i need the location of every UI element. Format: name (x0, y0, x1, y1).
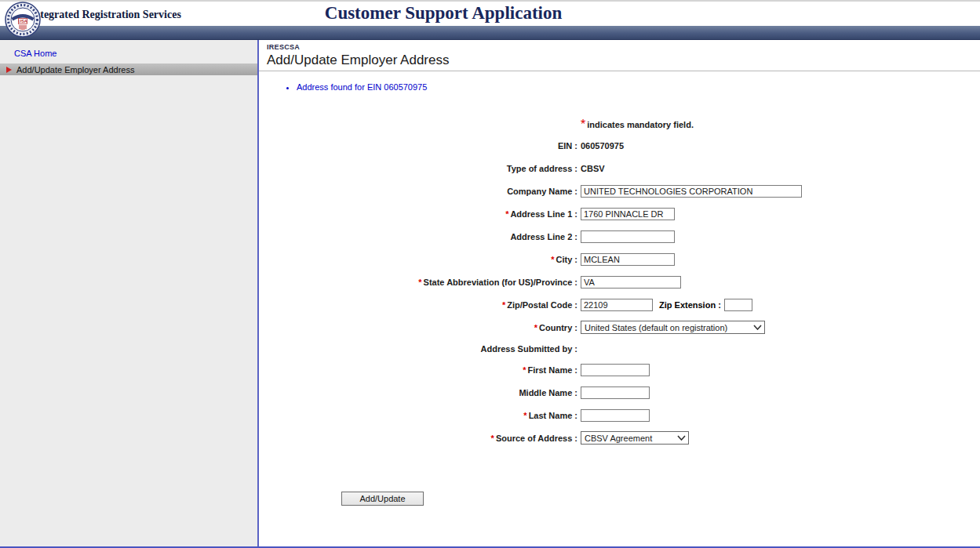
city-row: *City : (259, 248, 980, 270)
zip-extension-input[interactable] (724, 299, 752, 311)
state-label: State Abbreviation (for US)/Province : (424, 278, 577, 287)
ein-row: EIN : 060570975 (259, 134, 980, 157)
address-type-row: Type of address : CBSV (259, 157, 980, 180)
required-asterisk: * (523, 411, 526, 420)
sidebar-item-add-update-employer-address[interactable]: Add/Update Employer Address (0, 64, 257, 75)
source-selected-value: CBSV Agreement (585, 434, 652, 443)
company-name-label: Company Name : (259, 187, 577, 196)
employer-address-form: * indicates mandatory field. EIN : 06057… (259, 115, 980, 449)
state-input[interactable] (581, 276, 681, 289)
main-content: IRESCSA Add/Update Employer Address Addr… (259, 40, 980, 546)
app-code: IRESCSA (267, 43, 980, 51)
source-of-address-select[interactable]: CBSV Agreement (581, 431, 689, 445)
address-line1-row: *Address Line 1 : (259, 202, 980, 225)
sidebar-item-csa-home[interactable]: CSA Home (0, 47, 257, 60)
body: CSA Home Add/Update Employer Address IRE… (0, 40, 980, 548)
city-label: City : (556, 255, 578, 264)
last-name-row: *Last Name : (259, 404, 980, 426)
required-asterisk: * (505, 209, 508, 219)
submitted-by-label: Address Submitted by : (259, 344, 577, 354)
address-type-label: Type of address : (259, 164, 577, 173)
add-update-button[interactable]: Add/Update (341, 492, 424, 506)
first-name-row: *First Name : (259, 358, 980, 381)
address-line1-input[interactable] (581, 208, 675, 220)
source-label: Source of Address : (496, 434, 577, 443)
header: Integrated Registration Services Custome… (0, 0, 980, 26)
country-select[interactable]: United States (default on registration) (581, 321, 765, 334)
required-asterisk: * (418, 278, 421, 287)
zip-row: *Zip/Postal Code : Zip Extension : (259, 293, 980, 316)
middle-name-label: Middle Name : (259, 388, 577, 397)
last-name-label: Last Name : (529, 411, 577, 420)
status-message: Address found for EIN 060570975 (297, 82, 980, 92)
sidebar: CSA Home Add/Update Employer Address (0, 40, 259, 546)
required-asterisk: * (523, 365, 526, 375)
last-name-input[interactable] (581, 409, 650, 422)
mandatory-note: indicates mandatory field. (587, 120, 694, 129)
middle-name-input[interactable] (581, 387, 650, 399)
required-asterisk: * (534, 323, 537, 332)
address-line2-input[interactable] (581, 230, 675, 243)
chevron-down-icon (753, 325, 762, 330)
required-asterisk: * (491, 434, 494, 443)
address-type-value: CBSV (581, 164, 605, 173)
required-asterisk: * (502, 300, 505, 310)
address-line2-row: Address Line 2 : (259, 225, 980, 248)
zip-extension-label: Zip Extension : (659, 300, 721, 310)
submitted-by-row: Address Submitted by : (259, 339, 980, 358)
main-header: IRESCSA Add/Update Employer Address (259, 40, 980, 71)
zip-label: Zip/Postal Code : (507, 300, 577, 310)
svg-text:USA: USA (18, 19, 27, 24)
required-asterisk: * (551, 255, 554, 264)
country-selected-value: United States (default on registration) (585, 323, 727, 332)
required-asterisk: * (581, 118, 585, 132)
message-list: Address found for EIN 060570975 (287, 82, 980, 92)
zip-input[interactable] (581, 299, 653, 311)
selected-arrow-icon (6, 67, 12, 73)
source-row: *Source of Address : CBSV Agreement (259, 426, 980, 449)
first-name-input[interactable] (581, 364, 650, 376)
company-name-row: Company Name : (259, 180, 980, 202)
page-title-main: Customer Support Application (325, 3, 562, 24)
ssa-seal-icon: USA (5, 2, 41, 38)
country-row: *Country : United States (default on reg… (259, 316, 980, 339)
page: Integrated Registration Services Custome… (0, 0, 980, 548)
mandatory-note-row: * indicates mandatory field. (259, 115, 980, 134)
address-line1-label: Address Line 1 : (510, 209, 577, 219)
state-row: *State Abbreviation (for US)/Province : (259, 270, 980, 293)
brand-text: Integrated Registration Services (30, 9, 181, 21)
middle-name-row: Middle Name : (259, 381, 980, 404)
nav-band (0, 26, 980, 40)
ein-label: EIN : (259, 141, 577, 151)
sidebar-item-label: Add/Update Employer Address (16, 65, 134, 74)
company-name-input[interactable] (581, 185, 802, 198)
ein-value: 060570975 (581, 141, 624, 151)
country-label: Country : (539, 323, 577, 332)
address-line2-label: Address Line 2 : (259, 232, 577, 241)
city-input[interactable] (581, 253, 675, 266)
chevron-down-icon (677, 435, 686, 441)
page-heading: Add/Update Employer Address (267, 53, 980, 68)
first-name-label: First Name : (527, 365, 577, 375)
